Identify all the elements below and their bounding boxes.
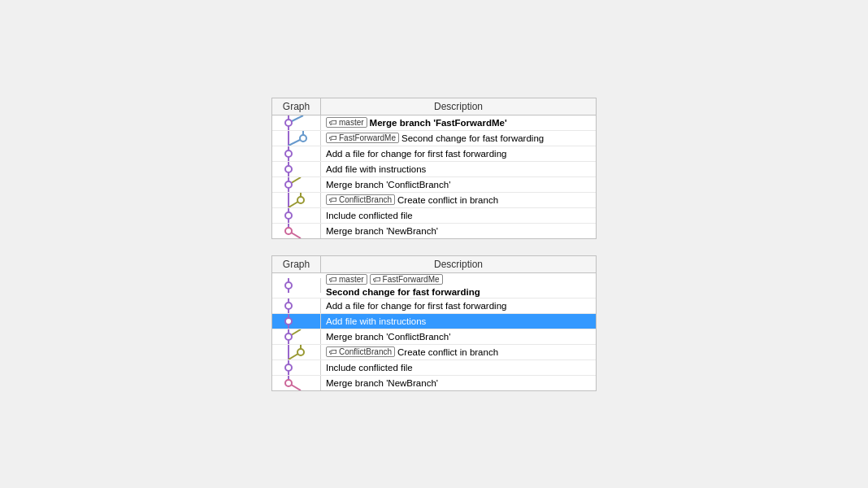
commit-message: Add file with instructions (326, 316, 426, 326)
desc-cell: 🏷master Merge branch 'FastForwardMe' (321, 116, 596, 129)
conflict-tag: 🏷ConflictBranch (326, 194, 395, 205)
svg-point-10 (285, 166, 292, 172)
svg-point-28 (285, 318, 292, 325)
graph-cell (272, 329, 321, 344)
tag-icon: 🏷 (329, 195, 337, 204)
commit-message: Add a file for change for first fast for… (326, 301, 506, 311)
graph-cell (272, 224, 321, 238)
commit-message: Merge branch 'NewBranch' (326, 226, 438, 236)
tag-icon: 🏷 (329, 347, 337, 356)
desc-cell: Add file with instructions (321, 316, 596, 327)
svg-point-26 (285, 303, 292, 309)
table-row[interactable]: Merge branch 'ConflictBranch' (272, 177, 596, 193)
svg-point-17 (297, 197, 304, 203)
commit-message: Merge branch 'ConflictBranch' (326, 332, 450, 342)
desc-cell: Include conflicted file (321, 210, 596, 221)
commit-message: Include conflicted file (326, 363, 413, 373)
desc-cell: Merge branch 'NewBranch' (321, 377, 596, 389)
fastforward-tag-2: 🏷FastForwardMe (370, 274, 443, 285)
git-table-1: Graph Description 🏷master Merge branch '… (271, 98, 597, 239)
svg-point-19 (285, 212, 292, 219)
graph-cell (272, 345, 321, 359)
graph-cell (272, 131, 321, 146)
graph-cell (272, 146, 321, 161)
commit-message: Include conflicted file (326, 211, 413, 220)
tag-icon: 🏷 (373, 275, 381, 284)
graph-header-2: Graph (272, 256, 321, 272)
svg-point-24 (285, 282, 292, 289)
desc-cell: 🏷ConflictBranch Create conflict in branc… (321, 346, 596, 358)
desc-cell: 🏷FastForwardMe Second change for fast fo… (321, 132, 596, 144)
commit-message: Merge branch 'ConflictBranch' (326, 180, 450, 190)
graph-cell (272, 193, 321, 207)
graph-cell (272, 298, 321, 313)
table-row[interactable]: 🏷master Merge branch 'FastForwardMe' (272, 115, 596, 131)
svg-point-2 (285, 120, 292, 126)
graph-cell (272, 115, 321, 130)
commit-message: Create conflict in branch (397, 347, 498, 357)
desc-cell: 🏷master 🏷FastForwardMe Second change for… (321, 273, 596, 298)
table-row[interactable]: 🏷ConflictBranch Create conflict in branc… (272, 193, 596, 208)
table-row[interactable]: Add a file for change for first fast for… (272, 298, 596, 314)
desc-cell: 🏷ConflictBranch Create conflict in branc… (321, 194, 596, 206)
svg-point-8 (285, 150, 292, 157)
graph-cell (272, 360, 321, 375)
svg-point-40 (285, 380, 292, 386)
commit-message: Create conflict in branch (397, 195, 498, 205)
git-table-2: Graph Description 🏷master 🏷FastForwardMe… (271, 255, 597, 391)
table-row[interactable]: Include conflicted file (272, 208, 596, 224)
graph-header-1: Graph (272, 98, 321, 115)
desc-cell: Add file with instructions (321, 163, 596, 175)
tag-icon: 🏷 (329, 275, 337, 284)
table-row[interactable]: Merge branch 'NewBranch' (272, 376, 596, 390)
graph-cell (272, 376, 321, 390)
commit-message: Add file with instructions (326, 164, 426, 174)
table-row[interactable]: 🏷master 🏷FastForwardMe Second change for… (272, 273, 596, 298)
svg-point-31 (285, 333, 292, 340)
desc-cell: Merge branch 'ConflictBranch' (321, 179, 596, 190)
graph-cell (272, 177, 321, 192)
graph-cell (272, 278, 321, 293)
table-row[interactable]: Add file with instructions (272, 162, 596, 177)
table-row-selected[interactable]: Add file with instructions (272, 314, 596, 329)
commit-message: Merge branch 'FastForwardMe' (370, 118, 507, 128)
svg-point-6 (300, 135, 306, 142)
svg-point-13 (285, 181, 292, 188)
table-row[interactable]: Add a file for change for first fast for… (272, 146, 596, 162)
commit-message: Merge branch 'NewBranch' (326, 378, 438, 388)
svg-point-37 (285, 364, 292, 371)
table-header-1: Graph Description (272, 98, 596, 115)
commit-message: Second change for fast forwarding (401, 133, 544, 143)
table-row[interactable]: Merge branch 'ConflictBranch' (272, 329, 596, 345)
main-container: Graph Description 🏷master Merge branch '… (255, 81, 613, 407)
commit-message: Second change for fast forwarding (326, 287, 480, 297)
graph-cell (272, 208, 321, 223)
desc-header-1: Description (321, 98, 596, 115)
svg-point-22 (285, 228, 292, 234)
svg-point-35 (297, 349, 304, 355)
graph-cell (272, 314, 321, 329)
desc-cell: Include conflicted file (321, 362, 596, 373)
conflict-tag-2: 🏷ConflictBranch (326, 346, 395, 357)
desc-cell: Merge branch 'ConflictBranch' (321, 331, 596, 342)
desc-cell: Merge branch 'NewBranch' (321, 225, 596, 237)
master-tag: 🏷master (326, 117, 367, 128)
table-row[interactable]: Include conflicted file (272, 360, 596, 376)
fastforward-tag: 🏷FastForwardMe (326, 133, 399, 143)
table-row[interactable]: Merge branch 'NewBranch' (272, 224, 596, 238)
table-row[interactable]: 🏷ConflictBranch Create conflict in branc… (272, 345, 596, 360)
tag-icon: 🏷 (329, 118, 337, 127)
master-tag-2: 🏷master (326, 274, 367, 285)
table-row[interactable]: 🏷FastForwardMe Second change for fast fo… (272, 131, 596, 146)
table-header-2: Graph Description (272, 256, 596, 273)
desc-cell: Add a file for change for first fast for… (321, 148, 596, 159)
graph-cell (272, 162, 321, 176)
desc-header-2: Description (321, 256, 596, 272)
tag-icon: 🏷 (329, 133, 337, 142)
desc-cell: Add a file for change for first fast for… (321, 300, 596, 312)
commit-message: Add a file for change for first fast for… (326, 149, 506, 159)
